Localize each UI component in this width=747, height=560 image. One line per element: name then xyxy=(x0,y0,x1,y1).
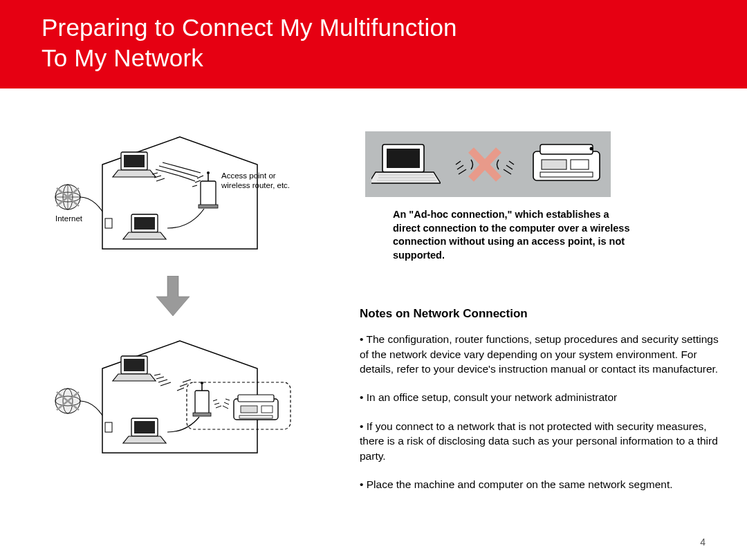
svg-rect-4 xyxy=(124,155,145,167)
svg-rect-37 xyxy=(540,144,593,154)
access-point-label-1: Access point or xyxy=(221,171,276,180)
network-diagram-after xyxy=(42,335,304,463)
svg-rect-38 xyxy=(542,160,566,169)
svg-rect-20 xyxy=(193,413,211,416)
svg-rect-10 xyxy=(134,217,155,230)
network-diagram-before: Internet xyxy=(42,131,304,259)
page-number: 4 xyxy=(700,536,706,548)
svg-rect-22 xyxy=(238,395,274,402)
laptop-icon xyxy=(371,140,441,189)
svg-rect-8 xyxy=(199,205,218,208)
svg-rect-28 xyxy=(105,422,112,432)
notes-list: • The configuration, router functions, s… xyxy=(360,332,719,492)
svg-rect-40 xyxy=(540,172,593,177)
svg-point-41 xyxy=(589,147,593,150)
notes-heading: Notes on Network Connection xyxy=(360,307,706,321)
notes-column: An "Ad-hoc connection," which establishe… xyxy=(360,131,706,505)
svg-rect-30 xyxy=(387,149,420,168)
svg-rect-16 xyxy=(124,359,145,371)
title-line-1: Preparing to Connect My Multifunction xyxy=(42,14,457,41)
svg-rect-24 xyxy=(261,406,273,413)
svg-rect-25 xyxy=(239,416,273,418)
note-bullet: • In an office setup, consult your netwo… xyxy=(360,390,719,404)
svg-point-19 xyxy=(201,382,203,384)
svg-point-7 xyxy=(207,171,210,174)
printer-icon xyxy=(234,395,278,420)
note-bullet: • The configuration, router functions, s… xyxy=(360,332,719,376)
page-title: Preparing to Connect My Multifunction To… xyxy=(42,12,706,73)
adhoc-note-text: An "Ad-hoc connection," which establishe… xyxy=(393,208,638,262)
title-line-2: To My Network xyxy=(42,44,203,71)
svg-rect-23 xyxy=(241,406,257,413)
internet-label: Internet xyxy=(55,214,83,223)
note-bullet: • Place the machine and computer on the … xyxy=(360,477,719,492)
svg-rect-27 xyxy=(134,421,155,433)
adhoc-not-supported-diagram xyxy=(365,131,611,197)
svg-rect-17 xyxy=(195,391,209,414)
printer-icon xyxy=(529,140,605,189)
svg-rect-39 xyxy=(571,160,589,169)
network-diagram-column: Internet xyxy=(42,131,339,463)
page-header: Preparing to Connect My Multifunction To… xyxy=(0,0,747,88)
internet-globe-icon xyxy=(55,185,80,209)
down-arrow-icon xyxy=(42,276,304,320)
wifi-blocked-icon xyxy=(450,140,519,189)
svg-rect-11 xyxy=(105,218,112,228)
note-bullet: • If you connect to a network that is no… xyxy=(360,419,719,463)
svg-rect-5 xyxy=(201,181,216,206)
access-point-label-2: wireless router, etc. xyxy=(221,181,290,189)
internet-globe-icon xyxy=(55,389,80,413)
